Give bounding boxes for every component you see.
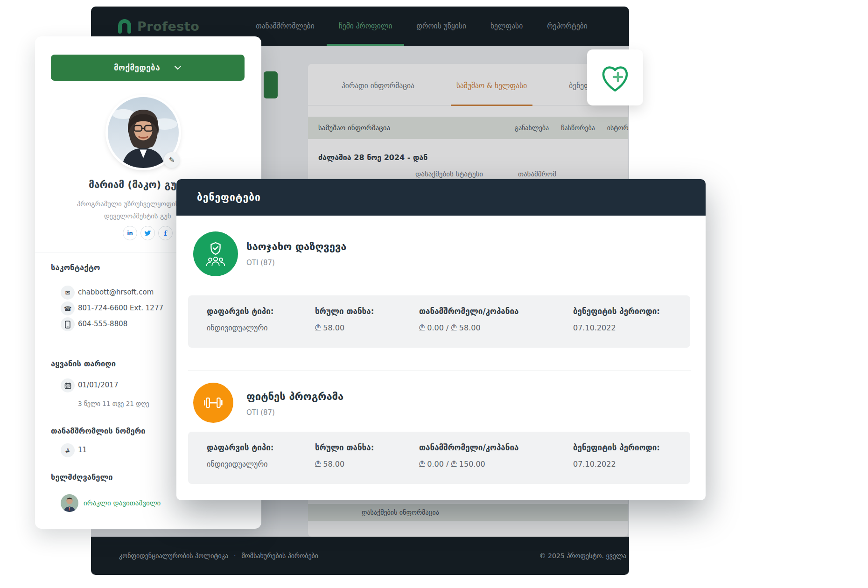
employment-status-value: თანამშრომ — [518, 170, 556, 178]
benefit-2-code: OTI (87) — [246, 408, 275, 417]
action-edit[interactable]: ჩასწორება — [561, 124, 595, 132]
action-button-label: მოქმედება — [114, 63, 160, 72]
benefit-1-name: საოჯახო დაზღვევა — [246, 241, 347, 252]
footer-links: კონფიდენციალურობის პოლიტიკა · მომსახურებ… — [119, 552, 318, 560]
detail-value: ინდივიდუალური — [207, 460, 267, 469]
phone-value: 801-724-6600 Ext. 1277 — [78, 304, 163, 312]
employee-number-value: 11 — [78, 446, 87, 454]
employee-title-line1: პროგრამული უზრუნველყოფის — [77, 200, 179, 208]
brand-name: Profesto — [137, 19, 199, 34]
detail-value: ₾ 0.00 / ₾ 58.00 — [419, 323, 481, 332]
benefit-1-details-row: დაფარვის ტიპი: ინდივიდუალური სრული თანხა… — [188, 295, 690, 348]
detail-label: ბენეფიტის პერიოდი: — [573, 443, 660, 452]
copyright-text: © 2025 პროფესტო. ყველა — [539, 537, 626, 575]
detail-value: ინდივიდუალური — [207, 323, 267, 332]
profesto-logo-icon — [117, 19, 132, 34]
detail-value: 07.10.2022 — [573, 460, 616, 469]
benefits-modal-header: ბენეფიტები — [176, 179, 706, 216]
detail-label: ბენეფიტის პერიოდი: — [573, 307, 660, 316]
manager-avatar — [61, 494, 78, 512]
employment-info-section-bar: დასაქმების ინფორმაცია — [308, 504, 628, 521]
hire-date-section-title: აყვანის თარიღი — [51, 359, 116, 368]
tab-job-salary[interactable]: სამუშაო & ხელფასი — [451, 82, 532, 105]
manager-section-title: ხელმძღვანელი — [51, 473, 112, 482]
heart-plus-icon — [597, 61, 633, 94]
action-update[interactable]: განახლება — [515, 124, 549, 132]
action-history[interactable]: ისტორია — [607, 124, 628, 132]
tab-personal-info[interactable]: პირადი ინფორმაცია — [336, 82, 420, 105]
chevron-down-icon — [174, 65, 182, 70]
benefits-modal-title: ბენეფიტები — [197, 192, 261, 203]
nav-item-my-profile[interactable]: ჩემი პროფილი — [327, 7, 405, 46]
hire-date-value: 01/01/2017 — [78, 381, 118, 389]
benefits-modal: ბენეფიტები საოჯახო დაზღვევა OTI (87) დაფ… — [176, 179, 706, 500]
pencil-icon: ✎ — [169, 156, 175, 164]
hash-icon: # — [61, 443, 75, 457]
terms-link[interactable]: მომსახურების პირობები — [242, 552, 319, 560]
shield-family-icon — [193, 231, 238, 276]
employment-status-row: დასაქმების სტატუსი თანამშრომ — [415, 170, 556, 178]
employment-status-label: დასაქმების სტატუსი — [415, 170, 483, 178]
linkedin-icon[interactable]: in — [123, 226, 137, 240]
calendar-icon — [61, 378, 75, 392]
window-footer: კონფიდენციალურობის პოლიტიკა · მომსახურებ… — [91, 537, 629, 575]
nav-item-reports[interactable]: რეპორტები — [535, 7, 600, 46]
action-dropdown-button[interactable]: მოქმედება — [51, 55, 245, 81]
nav-item-timesheet[interactable]: დროის უწყისი — [404, 7, 478, 46]
profile-tabs: პირადი ინფორმაცია სამუშაო & ხელფასი ბენე… — [308, 64, 628, 105]
detail-label: დაფარვის ტიპი: — [207, 307, 274, 316]
detail-value: ₾ 58.00 — [315, 460, 344, 469]
benefit-1-code: OTI (87) — [246, 259, 275, 267]
benefits-heart-card — [587, 49, 643, 105]
detail-label: თანამშრომელი/კოპანია — [419, 307, 518, 316]
detail-value: ₾ 58.00 — [315, 323, 344, 332]
hidden-green-button — [264, 71, 278, 98]
detail-label: დაფარვის ტიპი: — [207, 443, 274, 452]
employment-info-title: დასაქმების ინფორმაცია — [362, 509, 439, 516]
tenure-text: 3 წელი 11 თვე 21 დღე — [78, 400, 149, 407]
email-value[interactable]: chabbott@hrsoft.com — [78, 288, 154, 296]
detail-label: თანამშრომელი/კოპანია — [419, 443, 518, 452]
brand-logo[interactable]: Profesto — [117, 19, 199, 34]
page: Profesto თანამშრომლები ჩემი პროფილი დროი… — [0, 0, 868, 588]
employee-number-section-title: თანამშრომლის ნომერი — [51, 427, 146, 435]
social-links: in f — [123, 226, 173, 240]
detail-value: ₾ 0.00 / ₾ 150.00 — [419, 460, 485, 469]
mobile-icon — [61, 317, 75, 331]
divider — [188, 371, 691, 371]
detail-label: სრული თანხა: — [315, 443, 374, 452]
detail-value: 07.10.2022 — [573, 323, 616, 332]
job-info-section-bar: სამუშაო ინფორმაცია განახლება ჩასწორება ი… — [308, 117, 628, 139]
employee-name: მარიამ (მაკო) გურგ — [89, 179, 190, 190]
footer-separator: · — [234, 552, 236, 560]
dumbbell-icon — [193, 383, 233, 423]
nav-menu: თანამშრომლები ჩემი პროფილი დროის უწყისი … — [244, 7, 600, 46]
section-bar-actions: განახლება ჩასწორება ისტორია — [515, 117, 628, 139]
section-bar-title: სამუშაო ინფორმაცია — [318, 124, 390, 132]
detail-label: სრული თანხა: — [315, 307, 374, 316]
benefit-2-details-row: დაფარვის ტიპი: ინდივიდუალური სრული თანხა… — [188, 432, 690, 484]
edit-avatar-button[interactable]: ✎ — [164, 152, 180, 168]
facebook-icon[interactable]: f — [158, 226, 173, 240]
benefit-2-name: ფიტნეს პროგრამა — [246, 391, 343, 402]
mobile-value: 604-555-8808 — [78, 320, 127, 328]
manager-name-link[interactable]: ირაკლი დავითაშვილი — [84, 499, 161, 507]
twitter-icon[interactable] — [140, 226, 155, 240]
employee-title-line2: დეველოპმენტის გუნ — [104, 212, 171, 220]
effective-date-text: ძალაშია 28 ნოე 2024 - დან — [318, 153, 427, 162]
privacy-policy-link[interactable]: კონფიდენციალურობის პოლიტიკა — [119, 552, 228, 560]
phone-icon: ☎ — [61, 301, 75, 315]
mail-icon: ✉ — [61, 286, 75, 300]
nav-item-payroll[interactable]: ხელფასი — [478, 7, 535, 46]
contact-section-title: საკონტაქტო — [51, 263, 100, 272]
